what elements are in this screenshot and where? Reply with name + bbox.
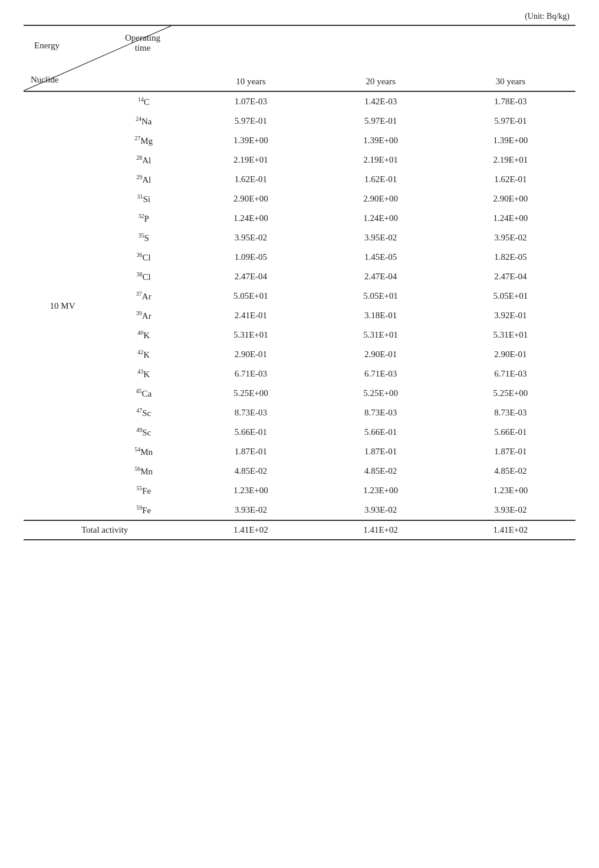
table-row: 42K2.90E-012.90E-012.90E-01: [24, 345, 575, 364]
nuclide-cell: 56Mn: [101, 461, 186, 481]
value-cell: 3.18E-01: [316, 306, 446, 325]
value-cell: 5.31E+01: [186, 325, 315, 345]
total-row: Total activity1.41E+021.41E+021.41E+02: [24, 520, 575, 540]
table-row: 47Sc8.73E-038.73E-038.73E-03: [24, 403, 575, 423]
table-row: 28Al2.19E+012.19E+012.19E+01: [24, 150, 575, 170]
table-row: 36Cl1.09E-051.45E-051.82E-05: [24, 247, 575, 267]
value-cell: 5.05E+01: [316, 286, 446, 306]
value-cell: 1.09E-05: [186, 247, 315, 267]
value-cell: 4.85E-02: [316, 461, 446, 481]
value-cell: 1.87E-01: [446, 442, 575, 461]
nuclide-cell: 35S: [101, 228, 186, 247]
value-cell: 1.23E+00: [316, 481, 446, 500]
table-row: 38Cl2.47E-042.47E-042.47E-04: [24, 267, 575, 286]
value-cell: 5.66E-01: [446, 423, 575, 442]
value-cell: 3.95E-02: [186, 228, 315, 247]
value-cell: 2.41E-01: [186, 306, 315, 325]
value-cell: 5.97E-01: [446, 111, 575, 131]
value-cell: 2.47E-04: [446, 267, 575, 286]
nuclide-cell: 54Mn: [101, 442, 186, 461]
value-cell: 1.62E-01: [186, 170, 315, 189]
value-cell: 5.97E-01: [186, 111, 315, 131]
nuclide-header-label: Nuclide: [31, 75, 58, 85]
value-cell: 4.85E-02: [186, 461, 315, 481]
value-cell: 2.90E-01: [316, 345, 446, 364]
value-cell: 1.39E+00: [446, 131, 575, 150]
value-cell: 1.78E-03: [446, 92, 575, 111]
value-cell: 1.23E+00: [186, 481, 315, 500]
nuclide-cell: 47Sc: [101, 403, 186, 423]
value-cell: 2.90E+00: [186, 189, 315, 209]
energy-cell-10mv: 10 MV: [24, 92, 101, 520]
table-row: 32P1.24E+001.24E+001.24E+00: [24, 209, 575, 228]
nuclide-cell: 43K: [101, 364, 186, 384]
value-cell: 6.71E-03: [316, 364, 446, 384]
value-cell: 1.42E-03: [316, 92, 446, 111]
total-value-cell: 1.41E+02: [186, 520, 315, 540]
value-cell: 2.90E-01: [446, 345, 575, 364]
value-cell: 8.73E-03: [316, 403, 446, 423]
value-cell: 5.66E-01: [316, 423, 446, 442]
table-row: 49Sc5.66E-015.66E-015.66E-01: [24, 423, 575, 442]
value-cell: 5.66E-01: [186, 423, 315, 442]
value-cell: 2.90E+00: [446, 189, 575, 209]
value-cell: 5.31E+01: [316, 325, 446, 345]
unit-label: (Unit: Bq/kg): [24, 12, 575, 21]
value-cell: 1.07E-03: [186, 92, 315, 111]
value-cell: 1.39E+00: [316, 131, 446, 150]
value-cell: 1.39E+00: [186, 131, 315, 150]
table-row: 55Fe1.23E+001.23E+001.23E+00: [24, 481, 575, 500]
col-header-30years: 30 years: [446, 25, 575, 91]
table-row: 29Al1.62E-011.62E-011.62E-01: [24, 170, 575, 189]
nuclide-cell: 37Ar: [101, 286, 186, 306]
value-cell: 2.19E+01: [316, 150, 446, 170]
value-cell: 1.24E+00: [316, 209, 446, 228]
value-cell: 3.93E-02: [186, 500, 315, 520]
value-cell: 2.19E+01: [186, 150, 315, 170]
nuclide-cell: 45Ca: [101, 384, 186, 403]
value-cell: 5.25E+00: [446, 384, 575, 403]
value-cell: 8.73E-03: [186, 403, 315, 423]
value-cell: 5.05E+01: [186, 286, 315, 306]
value-cell: 1.82E-05: [446, 247, 575, 267]
table-row: 24Na5.97E-015.97E-015.97E-01: [24, 111, 575, 131]
nuclide-cell: 14C: [101, 92, 186, 111]
value-cell: 2.19E+01: [446, 150, 575, 170]
nuclide-cell: 49Sc: [101, 423, 186, 442]
table-row: 45Ca5.25E+005.25E+005.25E+00: [24, 384, 575, 403]
value-cell: 1.23E+00: [446, 481, 575, 500]
nuclide-cell: 40K: [101, 325, 186, 345]
value-cell: 5.97E-01: [316, 111, 446, 131]
nuclide-cell: 38Cl: [101, 267, 186, 286]
table-row: 10 MV14C1.07E-031.42E-031.78E-03: [24, 92, 575, 111]
energy-header-label: Energy: [24, 41, 171, 51]
table-row: 54Mn1.87E-011.87E-011.87E-01: [24, 442, 575, 461]
nuclide-cell: 28Al: [101, 150, 186, 170]
value-cell: 5.05E+01: [446, 286, 575, 306]
col-header-10years: 10 years: [186, 25, 315, 91]
value-cell: 8.73E-03: [446, 403, 575, 423]
value-cell: 6.71E-03: [446, 364, 575, 384]
value-cell: 3.93E-02: [446, 500, 575, 520]
table-row: 59Fe3.93E-023.93E-023.93E-02: [24, 500, 575, 520]
value-cell: 2.90E-01: [186, 345, 315, 364]
col-header-20years: 20 years: [316, 25, 446, 91]
value-cell: 3.92E-01: [446, 306, 575, 325]
nuclide-cell: 39Ar: [101, 306, 186, 325]
table-row: 35S3.95E-023.95E-023.95E-02: [24, 228, 575, 247]
value-cell: 2.47E-04: [316, 267, 446, 286]
table-row: 31Si2.90E+002.90E+002.90E+00: [24, 189, 575, 209]
value-cell: 1.45E-05: [316, 247, 446, 267]
nuclide-cell: 59Fe: [101, 500, 186, 520]
value-cell: 3.95E-02: [316, 228, 446, 247]
value-cell: 3.93E-02: [316, 500, 446, 520]
total-label: Total activity: [24, 520, 186, 540]
table-row: 56Mn4.85E-024.85E-024.85E-02: [24, 461, 575, 481]
value-cell: 2.47E-04: [186, 267, 315, 286]
value-cell: 2.90E+00: [316, 189, 446, 209]
table-row: 40K5.31E+015.31E+015.31E+01: [24, 325, 575, 345]
table-row: 43K6.71E-036.71E-036.71E-03: [24, 364, 575, 384]
value-cell: 5.31E+01: [446, 325, 575, 345]
table-row: 39Ar2.41E-013.18E-013.92E-01: [24, 306, 575, 325]
value-cell: 4.85E-02: [446, 461, 575, 481]
